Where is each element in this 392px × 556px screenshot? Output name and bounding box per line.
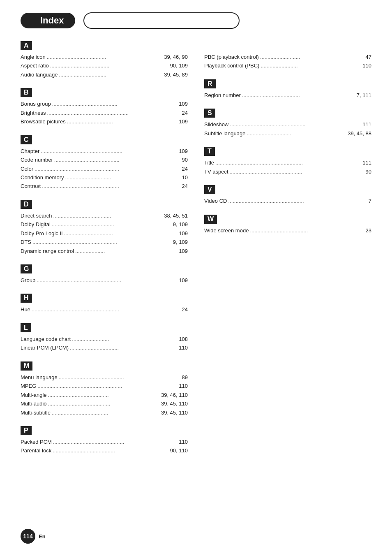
entry-name: Menu language xyxy=(21,373,58,382)
list-item: Parental lock ..........................… xyxy=(21,446,188,455)
list-item: Browsable pictures .....................… xyxy=(21,117,188,126)
list-item: Dynamic range control ..................… xyxy=(21,247,188,255)
entry-dots: ....................................... xyxy=(250,226,364,235)
entry-page: 90 xyxy=(366,167,371,176)
entry-name: Angle icon xyxy=(21,53,46,61)
header-oval xyxy=(83,12,240,29)
list-item: Direct search ..........................… xyxy=(21,211,188,220)
right-column: PBC (playback control) .................… xyxy=(196,41,371,464)
entry-page: 39, 46, 90 xyxy=(164,53,188,61)
list-item: Language code chart ....................… xyxy=(21,335,188,343)
section-header-l: L xyxy=(21,323,31,332)
entry-dots: ................................. xyxy=(70,343,178,352)
entry-name: TV aspect xyxy=(204,167,228,176)
list-item: PBC (playback control) .................… xyxy=(204,53,371,61)
section-t: T Title ................................… xyxy=(204,147,371,176)
entry-page: 47 xyxy=(366,53,371,61)
section-c: C Chapter ..............................… xyxy=(21,135,188,191)
entry-name: Slideshow xyxy=(204,120,228,129)
entry-dots: ............................... xyxy=(67,117,178,126)
left-column: A Angle icon ...........................… xyxy=(21,41,196,464)
entry-name: PBC (playback control) xyxy=(204,53,259,61)
list-item: Hue ....................................… xyxy=(21,305,188,314)
list-item: Title ..................................… xyxy=(204,158,371,167)
header-title-bar: Index xyxy=(21,13,75,28)
entry-name: MPEG xyxy=(21,382,36,390)
list-item: Angle icon .............................… xyxy=(21,53,188,61)
entry-dots: ........................................… xyxy=(53,446,168,455)
entry-name: Language code chart xyxy=(21,335,71,343)
entry-name: Packed PCM xyxy=(21,438,52,446)
entry-dots: ........................................… xyxy=(32,305,181,314)
entry-page: 109 xyxy=(179,147,188,155)
entry-page: 89 xyxy=(182,373,188,382)
entry-name: Contrast xyxy=(21,182,41,190)
entry-page: 39, 45, 110 xyxy=(161,408,188,417)
entry-dots: ................................ xyxy=(59,70,163,79)
section-header-s: S xyxy=(204,109,215,118)
entry-page: 9, 109 xyxy=(173,220,188,229)
page: Index A Angle icon .....................… xyxy=(0,0,392,556)
entry-dots: ....................................... xyxy=(242,91,355,100)
entry-page: 110 xyxy=(179,343,188,352)
entry-dots: ............................... xyxy=(65,173,181,182)
entry-name: Brightness xyxy=(21,109,46,117)
entry-name: Multi-audio xyxy=(21,399,47,408)
entry-dots: ........................................… xyxy=(48,399,160,408)
entry-dots: ........................................… xyxy=(42,182,180,190)
entry-page: 24 xyxy=(182,109,188,117)
entry-dots: ........................... xyxy=(260,53,364,61)
entry-name: Region number xyxy=(204,91,241,100)
entry-page: 109 xyxy=(179,229,188,238)
entry-dots: ........................................… xyxy=(47,109,180,117)
entry-dots: .............................. xyxy=(247,129,346,138)
section-header-c: C xyxy=(21,135,32,144)
entry-name: Condition memory xyxy=(21,173,64,182)
section-header-d: D xyxy=(21,200,32,209)
section-s: S Slideshow ............................… xyxy=(204,109,371,138)
list-item: Code number ............................… xyxy=(21,155,188,164)
list-item: Packed PCM .............................… xyxy=(21,438,188,446)
page-number-badge: 114 xyxy=(21,529,35,544)
page-number: 114 xyxy=(23,533,32,540)
entry-dots: ........................................… xyxy=(230,120,361,129)
entry-name: Title xyxy=(204,158,214,167)
section-header-r: R xyxy=(204,79,216,88)
section-header-h: H xyxy=(21,294,32,303)
header-dot-icon xyxy=(28,16,37,25)
entry-page: 38, 45, 51 xyxy=(164,211,188,220)
entry-dots: ...................................... xyxy=(52,408,160,417)
entry-page: 109 xyxy=(179,100,188,108)
footer: 114 En xyxy=(21,529,46,544)
entry-name: Chapter xyxy=(21,147,39,155)
list-item: Contrast ...............................… xyxy=(21,182,188,190)
entry-dots: ................................. xyxy=(64,229,178,238)
entry-page: 9, 109 xyxy=(173,238,188,246)
section-header-b: B xyxy=(21,88,32,97)
section-v: V Video CD .............................… xyxy=(204,185,371,205)
entry-page: 90, 110 xyxy=(170,446,188,455)
section-p2: PBC (playback control) .................… xyxy=(204,41,371,70)
list-item: Chapter ................................… xyxy=(21,147,188,155)
list-item: Aspect ratio ...........................… xyxy=(21,61,188,70)
entry-dots: ........................................… xyxy=(52,220,172,229)
entry-name: Multi-subtitle xyxy=(21,408,51,417)
index-columns: A Angle icon ...........................… xyxy=(21,41,371,464)
entry-name: Hue xyxy=(21,305,30,314)
list-item: Bonus group ............................… xyxy=(21,100,188,108)
entry-dots: ........................................… xyxy=(35,164,180,173)
entry-page: 10 xyxy=(182,173,188,182)
entry-page: 90, 109 xyxy=(170,61,188,70)
section-d: D Direct search ........................… xyxy=(21,200,188,255)
section-header-p: P xyxy=(21,426,32,435)
entry-dots: ........................................… xyxy=(37,276,178,285)
entry-page: 39, 46, 110 xyxy=(161,391,188,399)
entry-dots: ........................................… xyxy=(54,155,181,164)
entry-dots: ......................... xyxy=(72,335,178,343)
entry-page: 24 xyxy=(182,305,188,314)
section-a: A Angle icon ...........................… xyxy=(21,41,188,79)
list-item: Dolby Pro Logic II .....................… xyxy=(21,229,188,238)
entry-page: 109 xyxy=(179,276,188,285)
entry-name: Linear PCM (LPCM) xyxy=(21,343,69,352)
list-item: Multi-angle ............................… xyxy=(21,391,188,399)
